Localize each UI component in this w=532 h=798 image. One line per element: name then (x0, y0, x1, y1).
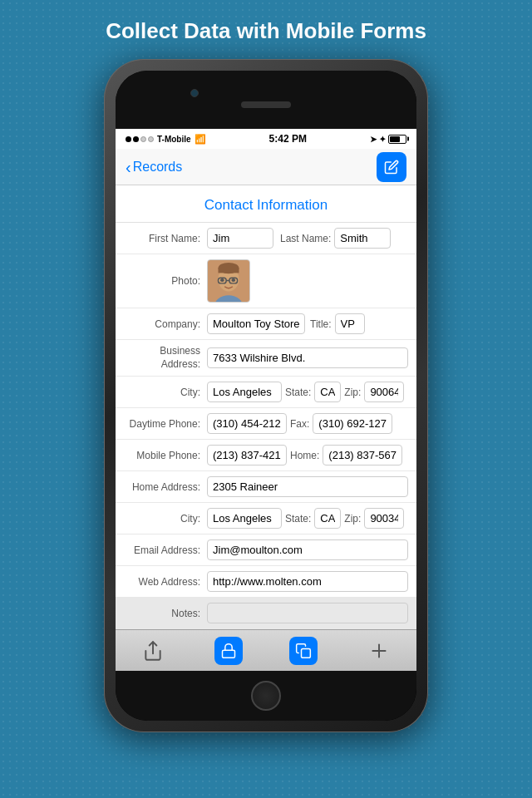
mobile-row: Mobile Phone: Home: (116, 440, 416, 471)
status-left: T-Mobile 📶 (126, 134, 206, 145)
battery-icon (388, 135, 406, 144)
lock-icon (220, 643, 237, 659)
battery-fill (390, 136, 400, 142)
status-right: ➤ ✦ (370, 135, 406, 144)
copy-button[interactable] (283, 637, 324, 665)
home-address-label: Home Address: (124, 481, 207, 493)
top-bezel (116, 71, 416, 129)
notes-label: Notes: (124, 608, 207, 619)
name-row: First Name: Last Name: (116, 223, 416, 254)
back-button[interactable]: ‹ Records (126, 159, 182, 175)
signal-dot-3 (140, 136, 146, 142)
home-address-row: Home Address: (116, 471, 416, 503)
daytime-input[interactable] (207, 413, 287, 434)
home-button[interactable] (251, 681, 281, 711)
share-button[interactable] (132, 637, 174, 665)
notes-row: Notes: (116, 598, 416, 629)
copy-icon (295, 643, 312, 659)
plus-icon (368, 640, 390, 662)
speaker (241, 101, 291, 108)
company-input[interactable] (207, 313, 305, 334)
signal-dots (126, 136, 154, 142)
chevron-left-icon: ‹ (126, 159, 131, 175)
state2-input[interactable] (314, 508, 341, 529)
form-title: Contact Information (116, 185, 416, 223)
phone-frame: T-Mobile 📶 5:42 PM ➤ ✦ ‹ (104, 59, 428, 732)
wifi-icon: 📶 (195, 134, 206, 145)
signal-dot-1 (126, 136, 131, 142)
page-header: Collect Data with Mobile Forms (0, 0, 532, 59)
tab-bar (116, 629, 416, 671)
city2-row: City: State: Zip: (116, 503, 416, 534)
zip1-input[interactable] (364, 382, 404, 402)
svg-rect-11 (222, 650, 234, 658)
svg-rect-9 (219, 268, 239, 273)
state1-label: State: (285, 387, 311, 398)
city1-label: City: (124, 387, 207, 398)
mobile-label: Mobile Phone: (124, 450, 207, 461)
company-label: Company: (124, 318, 207, 330)
state2-label: State: (285, 513, 311, 525)
email-label: Email Address: (124, 544, 207, 556)
bottom-bezel (116, 671, 416, 721)
photo-row: Photo: (116, 254, 416, 308)
camera (190, 89, 199, 97)
pencil-icon (384, 160, 399, 175)
home-address-input[interactable] (207, 476, 408, 497)
city2-label: City: (124, 513, 207, 525)
home-phone-input[interactable] (323, 445, 402, 466)
lock-button[interactable] (208, 637, 249, 665)
first-name-input[interactable] (207, 228, 273, 249)
email-row: Email Address: (116, 534, 416, 566)
back-label: Records (133, 160, 183, 175)
add-button[interactable] (358, 637, 400, 665)
fax-label: Fax: (290, 418, 309, 430)
edit-button[interactable] (377, 152, 406, 182)
nav-bar: ‹ Records (116, 149, 416, 185)
home-phone-label: Home: (290, 450, 319, 461)
phone-screen: T-Mobile 📶 5:42 PM ➤ ✦ ‹ (116, 129, 416, 671)
status-time: 5:42 PM (269, 133, 307, 145)
last-name-label: Last Name: (280, 233, 331, 244)
svg-point-6 (220, 278, 224, 282)
last-name-input[interactable] (334, 228, 391, 249)
city2-input[interactable] (207, 508, 282, 529)
state1-input[interactable] (314, 382, 341, 402)
signal-dot-4 (148, 136, 154, 142)
city1-row: City: State: Zip: (116, 377, 416, 408)
form-content: Contact Information First Name: Last Nam… (116, 185, 416, 629)
first-name-label: First Name: (124, 233, 207, 244)
address-input[interactable] (207, 347, 408, 368)
notes-input[interactable] (207, 603, 408, 623)
share-icon (142, 640, 164, 662)
location-icon: ➤ (370, 135, 377, 144)
address-row: BusinessAddress: (116, 340, 416, 377)
zip2-label: Zip: (344, 513, 361, 525)
title-input[interactable] (335, 313, 365, 334)
web-label: Web Address: (124, 576, 207, 588)
company-row: Company: Title: (116, 308, 416, 340)
zip2-input[interactable] (364, 508, 404, 529)
photo-field[interactable] (207, 259, 250, 303)
avatar-image (208, 259, 249, 303)
email-input[interactable] (207, 539, 408, 560)
daytime-label: Daytime Phone: (124, 418, 207, 430)
mobile-input[interactable] (207, 445, 287, 466)
svg-rect-12 (302, 648, 311, 658)
photo-label: Photo: (124, 275, 207, 287)
title-label: Title: (310, 318, 332, 330)
carrier-label: T-Mobile (157, 135, 191, 144)
web-input[interactable] (207, 571, 408, 592)
zip1-label: Zip: (344, 387, 361, 398)
fax-input[interactable] (313, 413, 392, 434)
city1-input[interactable] (207, 382, 282, 402)
status-bar: T-Mobile 📶 5:42 PM ➤ ✦ (116, 129, 416, 149)
header-title: Collect Data with Mobile Forms (106, 18, 426, 43)
web-row: Web Address: (116, 566, 416, 598)
svg-point-7 (231, 278, 235, 282)
bluetooth-icon: ✦ (379, 135, 386, 144)
signal-dot-2 (133, 136, 139, 142)
daytime-row: Daytime Phone: Fax: (116, 408, 416, 440)
address-label: BusinessAddress: (124, 345, 207, 371)
